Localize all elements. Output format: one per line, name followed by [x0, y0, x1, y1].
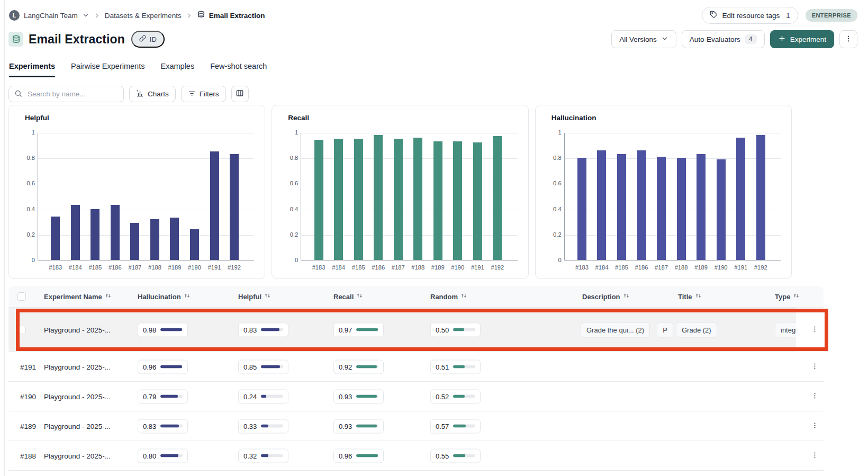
x-axis-tick: #190 — [188, 264, 201, 271]
tab-pairwise-experiments[interactable]: Pairwise Experiments — [71, 60, 144, 77]
hallucination-cell: 0.83 — [138, 419, 188, 433]
breadcrumb-section[interactable]: Datasets & Experiments — [105, 12, 182, 20]
hallucination-value-chip: 0.83 — [138, 419, 188, 433]
col-experiment-name-header[interactable]: Experiment Name — [44, 292, 112, 301]
metric-bar-track — [261, 395, 283, 398]
table-row[interactable]: #191Playground - 2025-...0.960.850.920.5… — [8, 352, 824, 381]
versions-dropdown[interactable]: All Versions — [611, 30, 676, 48]
title-cell: Grade (2) — [676, 322, 717, 337]
metric-bar-fill — [356, 328, 378, 331]
experiment-name[interactable]: Playground - 2025-... — [44, 452, 111, 460]
col-type-header[interactable]: Type — [775, 292, 800, 301]
edit-resource-tags-button[interactable]: Edit resource tags 1 — [702, 7, 798, 24]
row-menu-button[interactable] — [809, 449, 821, 463]
breadcrumb-team[interactable]: LangChain Team — [24, 12, 78, 20]
chart-recall: Recall 00.20.40.60.81#183#184#185#186#18… — [272, 105, 528, 279]
metric-bar-fill — [356, 454, 377, 457]
metric-bar-fill — [261, 328, 279, 331]
auto-evaluators-count: 4 — [745, 34, 757, 44]
chart-helpful: Helpful 00.20.40.60.81#183#184#185#186#1… — [8, 105, 265, 279]
table-row[interactable]: Playground - 2025-...0.980.830.970.50Gra… — [8, 307, 824, 352]
metric-value: 0.33 — [243, 422, 257, 430]
charts-button[interactable]: Charts — [129, 86, 176, 102]
recall-cell: 0.93 — [333, 419, 384, 433]
bar-190 — [717, 159, 726, 260]
tab-few-shot-search[interactable]: Few-shot search — [210, 60, 267, 77]
filters-button[interactable]: Filters — [181, 86, 226, 102]
helpful-cell: 0.32 — [238, 448, 288, 463]
recall-cell: 0.92 — [333, 360, 384, 374]
col-random-header[interactable]: Random — [430, 292, 467, 301]
experiment-name[interactable]: Playground - 2025-... — [44, 422, 111, 430]
column-label: Helpful — [238, 293, 261, 301]
row-actions-cell — [809, 419, 821, 433]
tab-experiments[interactable]: Experiments — [9, 60, 55, 77]
search-box[interactable] — [8, 86, 124, 102]
auto-evaluators-button[interactable]: Auto-Evaluators 4 — [682, 30, 765, 48]
sort-icon[interactable] — [695, 292, 702, 301]
x-axis-tick: #190 — [715, 264, 728, 271]
row-number: #191 — [20, 363, 36, 371]
breadcrumb-current[interactable]: Email Extraction — [197, 11, 265, 21]
helpful-value-chip: 0.85 — [238, 360, 288, 374]
recall-cell: 0.97 — [333, 322, 384, 337]
table-row[interactable]: #188Playground - 2025-...0.800.320.960.5… — [8, 441, 824, 470]
experiment-name[interactable]: Playground - 2025-... — [44, 326, 111, 334]
new-experiment-button[interactable]: Experiment — [770, 30, 834, 48]
column-label: Description — [582, 293, 620, 301]
column-label: Recall — [333, 293, 354, 301]
chevron-down-icon[interactable] — [82, 12, 89, 19]
sort-icon[interactable] — [460, 292, 467, 301]
bar-190 — [190, 229, 199, 260]
sort-icon[interactable] — [264, 292, 271, 301]
chart-title: Helpful — [25, 114, 49, 122]
team-avatar[interactable]: L — [9, 10, 20, 21]
plus-icon — [778, 34, 786, 44]
tab-examples[interactable]: Examples — [160, 60, 194, 77]
row-menu-button[interactable] — [809, 390, 821, 403]
metric-bar-track — [160, 365, 183, 369]
copy-id-button[interactable]: ID — [131, 31, 165, 48]
select-all-checkbox[interactable] — [17, 292, 26, 301]
col-title-header[interactable]: Title — [678, 292, 702, 301]
bar-183 — [51, 217, 60, 260]
dataset-icon — [8, 32, 23, 47]
x-axis-tick: #184 — [332, 264, 345, 271]
metric-value: 0.32 — [243, 452, 257, 460]
table-row[interactable]: #189Playground - 2025-...0.830.330.930.5… — [8, 411, 824, 441]
col-helpful-header[interactable]: Helpful — [238, 292, 271, 301]
row-menu-button[interactable] — [809, 419, 821, 433]
metric-value: 0.85 — [243, 363, 257, 371]
title-chip[interactable]: Grade (2) — [676, 322, 717, 337]
sort-icon[interactable] — [184, 292, 191, 301]
database-icon — [197, 11, 205, 21]
sort-icon[interactable] — [793, 292, 800, 301]
sort-icon[interactable] — [105, 292, 112, 301]
description-chip[interactable]: Grade the qui... (2) — [581, 322, 650, 337]
x-axis-tick: #185 — [88, 264, 102, 271]
kebab-icon — [811, 362, 819, 372]
columns-button[interactable] — [231, 86, 249, 102]
col-recall-header[interactable]: Recall — [333, 292, 363, 301]
description-chip[interactable]: P — [657, 322, 673, 337]
y-axis-tick: 0.2 — [14, 231, 35, 238]
hallucination-value-chip: 0.96 — [138, 360, 188, 374]
table-row[interactable]: #190Playground - 2025-...0.790.240.930.5… — [8, 381, 824, 411]
col-description-header[interactable]: Description — [582, 292, 630, 301]
sort-icon[interactable] — [623, 292, 630, 301]
metric-bar-track — [356, 365, 378, 369]
metric-value: 0.51 — [436, 363, 449, 371]
x-axis-tick: #189 — [694, 264, 708, 271]
row-menu-button[interactable] — [809, 323, 821, 337]
experiment-name[interactable]: Playground - 2025-... — [44, 392, 111, 400]
experiment-name[interactable]: Playground - 2025-... — [44, 363, 111, 371]
col-hallucination-header[interactable]: Hallucination — [138, 292, 191, 301]
sort-icon[interactable] — [356, 292, 363, 301]
x-axis-tick: #192 — [228, 264, 241, 271]
row-menu-button[interactable] — [809, 360, 821, 374]
x-axis-tick: #191 — [734, 264, 747, 271]
search-input[interactable] — [26, 89, 122, 98]
bar-191 — [736, 138, 745, 260]
more-options-button[interactable] — [839, 30, 857, 48]
row-checkbox[interactable] — [17, 326, 26, 334]
